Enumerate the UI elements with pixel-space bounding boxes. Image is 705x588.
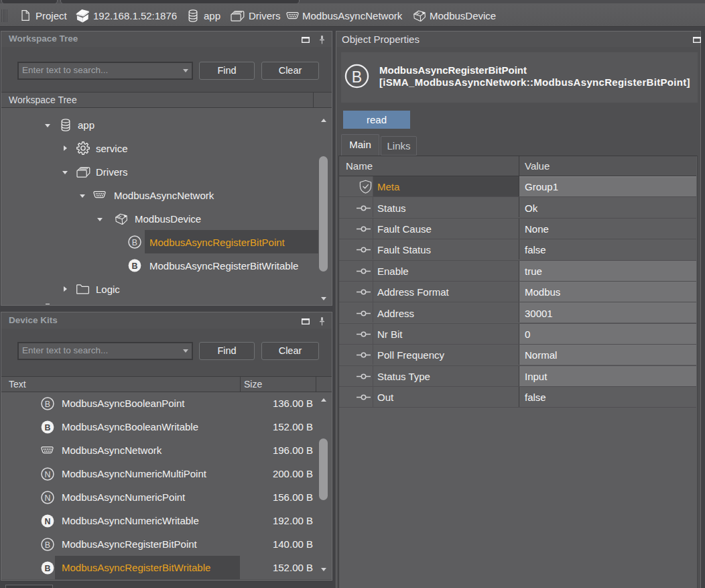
svg-text:B: B bbox=[45, 399, 50, 408]
svg-text:B: B bbox=[45, 540, 50, 549]
svg-text:N: N bbox=[45, 469, 51, 479]
svg-text:B: B bbox=[45, 563, 51, 573]
svg-text:B: B bbox=[132, 261, 138, 271]
svg-text:B: B bbox=[45, 422, 51, 432]
svg-text:B: B bbox=[352, 68, 362, 86]
svg-text:N: N bbox=[45, 493, 51, 502]
svg-text:B: B bbox=[132, 238, 137, 247]
svg-text:N: N bbox=[45, 516, 51, 526]
